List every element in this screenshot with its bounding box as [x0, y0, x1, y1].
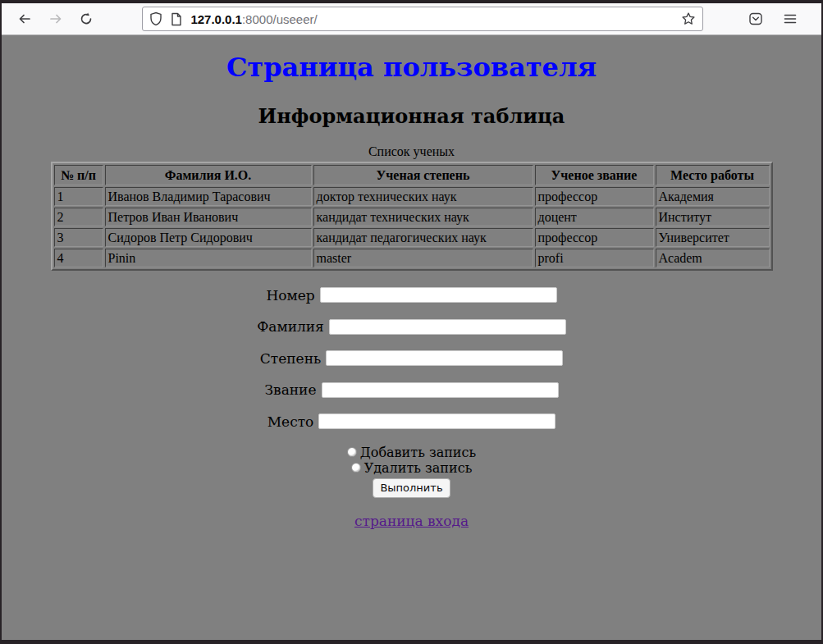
table-cell: Петров Иван Иванович — [105, 208, 312, 226]
login-link-wrap: страница входа — [2, 513, 821, 529]
pocket-button[interactable] — [743, 7, 769, 31]
table-cell: доцент — [535, 208, 654, 226]
table-cell: 1 — [54, 187, 103, 206]
table-cell: Academ — [656, 249, 770, 267]
table-cell: профессор — [535, 228, 654, 247]
surname-input[interactable] — [329, 319, 566, 335]
title-input[interactable] — [322, 382, 559, 398]
url-host: 127.0.0.1 — [190, 12, 242, 26]
reload-icon — [79, 11, 94, 26]
field-label-surname: Фамилия — [257, 318, 324, 335]
page-proxy-icon[interactable] — [171, 12, 182, 26]
header-degree: Ученая степень — [313, 165, 533, 185]
table-cell: 4 — [54, 249, 103, 267]
pocket-icon — [748, 11, 763, 26]
place-input[interactable] — [318, 413, 556, 429]
header-surname: Фамилия И.О. — [105, 165, 312, 185]
url-bar[interactable]: 127.0.0.1:8000/useeer/ — [142, 7, 703, 31]
field-row: Место — [2, 412, 821, 430]
table-row: 2 Петров Иван Иванович кандидат техничес… — [54, 208, 770, 226]
field-label-title: Звание — [264, 381, 316, 398]
table-cell: кандидат педагогических наук — [313, 228, 533, 247]
browser-window: 127.0.0.1:8000/useeer/ Страница пользова… — [0, 0, 823, 644]
number-input[interactable] — [320, 287, 557, 303]
field-label-degree: Степень — [260, 350, 321, 367]
degree-input[interactable] — [326, 350, 563, 366]
field-row: Фамилия — [2, 317, 821, 336]
table-cell: профессор — [535, 187, 654, 206]
table-cell: Сидоров Петр Сидорович — [105, 228, 312, 247]
table-cell: 3 — [54, 228, 103, 247]
field-row: Номер — [2, 285, 821, 304]
record-form: Номер Фамилия Степень Звание Место Добав… — [2, 285, 821, 498]
radio-label: Удалить запись — [364, 460, 473, 476]
page-viewport: Страница пользователя Информационная таб… — [2, 35, 821, 640]
toolbar-right-icons — [743, 7, 812, 31]
header-number: № п/п — [54, 165, 103, 185]
header-title: Ученое звание — [535, 165, 654, 185]
radio-delete-record[interactable]: Удалить запись — [2, 460, 821, 476]
radio-add-record[interactable]: Добавить запись — [2, 445, 821, 460]
radio-button-icon — [347, 447, 357, 457]
scientists-table: № п/п Фамилия И.О. Ученая степень Ученое… — [51, 162, 773, 271]
action-radio-group: Добавить запись Удалить запись — [2, 445, 821, 476]
url-text[interactable]: 127.0.0.1:8000/useeer/ — [190, 12, 681, 26]
shield-icon[interactable] — [149, 11, 162, 26]
radio-label: Добавить запись — [360, 445, 476, 460]
hamburger-menu-icon — [783, 11, 798, 26]
table-cell: Институт — [656, 208, 770, 226]
table-row: 3 Сидоров Петр Сидорович кандидат педаго… — [54, 228, 770, 247]
login-page-link[interactable]: страница входа — [354, 513, 469, 529]
page-title: Страница пользователя — [2, 52, 821, 83]
header-workplace: Место работы — [656, 165, 770, 185]
table-cell: Университет — [656, 228, 770, 247]
table-caption: Список ученых — [2, 144, 821, 159]
execute-button[interactable]: Выполнить — [373, 478, 450, 498]
reload-button[interactable] — [74, 7, 100, 31]
field-label-place: Место — [267, 413, 314, 430]
table-row: 1 Иванов Владимир Тарасович доктор техни… — [54, 187, 770, 206]
forward-icon — [48, 11, 63, 26]
table-cell: master — [313, 249, 533, 267]
table-cell: 2 — [54, 208, 103, 226]
menu-button[interactable] — [777, 7, 803, 31]
bookmark-star-icon[interactable] — [681, 11, 696, 26]
section-title: Информационная таблица — [2, 104, 821, 128]
back-icon — [17, 11, 32, 26]
table-cell: profi — [535, 249, 654, 267]
field-row: Звание — [2, 381, 821, 399]
table-cell: Академия — [656, 187, 770, 206]
radio-button-icon — [351, 463, 361, 473]
field-row: Степень — [2, 349, 821, 367]
url-path: :8000/useeer/ — [242, 12, 318, 26]
table-cell: доктор технических наук — [313, 187, 533, 206]
table-cell: кандидат технических наук — [313, 208, 533, 226]
table-header-row: № п/п Фамилия И.О. Ученая степень Ученое… — [54, 165, 770, 185]
table-cell: Pinin — [105, 249, 312, 267]
field-label-number: Номер — [266, 287, 314, 304]
table-row: 4 Pinin master profi Academ — [54, 249, 770, 267]
back-button[interactable] — [11, 7, 38, 31]
table-cell: Иванов Владимир Тарасович — [105, 187, 312, 206]
forward-button[interactable] — [43, 7, 69, 31]
browser-toolbar: 127.0.0.1:8000/useeer/ — [2, 3, 821, 35]
